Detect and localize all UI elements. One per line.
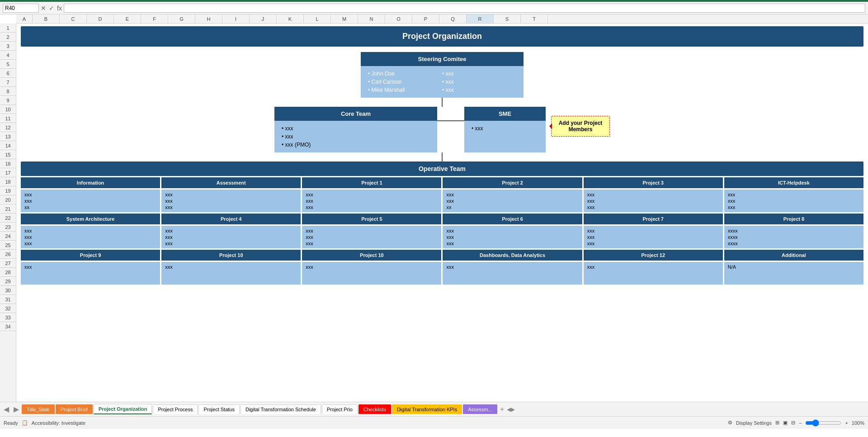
spreadsheet-content: Project Organization Steering Comitee Jo… (16, 24, 868, 402)
status-sheet-icon: 📋 (22, 420, 28, 426)
col-header-j[interactable]: J (250, 14, 277, 23)
col3-header1: Project 1 (302, 177, 441, 188)
col4-dash-item1: xxx (446, 264, 578, 270)
col-header-o[interactable]: O (385, 14, 412, 23)
tab-project-process[interactable]: Project Process (153, 404, 198, 414)
row-8: 8 (0, 87, 16, 96)
tab-digital-transformation-kpis[interactable]: Digital Transformation KPIs (392, 404, 462, 414)
cell-reference[interactable]: R40 (3, 4, 39, 13)
tab-project-organization[interactable]: Project Organization (94, 404, 152, 414)
col3-item1: xxx (306, 191, 438, 198)
row-23: 23 (0, 223, 16, 232)
col-header-g[interactable]: G (168, 14, 195, 23)
tab-digital-transformation-schedule[interactable]: Digital Transformation Schedule (241, 404, 321, 414)
col-header-i[interactable]: I (222, 14, 250, 23)
col-header-t[interactable]: T (521, 14, 548, 23)
col-header-q[interactable]: Q (439, 14, 467, 23)
col1-sys-item3: xxx (24, 240, 156, 247)
cancel-icon[interactable]: ✕ (41, 5, 46, 12)
col6-header1: ICT-Helpdesk (724, 177, 863, 188)
row-26: 26 (0, 250, 16, 259)
formula-bar: R40 ✕ ✓ fx (0, 2, 868, 14)
tab-project-prio[interactable]: Project Prio (322, 404, 358, 414)
col-header-p[interactable]: P (412, 14, 439, 23)
col3-body1: xxx xxx xxx (302, 190, 441, 212)
tab-title-slide[interactable]: Title_Slide (22, 404, 55, 414)
col6-item3: xxx (728, 204, 860, 210)
col1-header2: System Architecture (21, 214, 160, 224)
row-34: 34 (0, 322, 16, 331)
col6-p8-item1: xxxx (728, 228, 860, 234)
row-22: 22 (0, 214, 16, 223)
col1-header3: Project 9 (21, 250, 160, 261)
col-header-m[interactable]: M (331, 14, 358, 23)
core-member-3: xxx (PMO) (282, 141, 430, 149)
h-line-sme (437, 120, 464, 121)
col6-item1: xxx (728, 191, 860, 198)
callout-box: Add your Project Members (551, 116, 610, 137)
core-member-1: xxx (282, 124, 430, 133)
row-16: 16 (0, 159, 16, 168)
team-col-2: Assessment xxx xxx xxx Project 4 xxx xxx… (161, 177, 301, 285)
row-28: 28 (0, 268, 16, 277)
formula-input[interactable] (64, 4, 865, 13)
col-header-d[interactable]: D (87, 14, 114, 23)
col-header-a[interactable]: A (16, 14, 33, 23)
col5-p7-item1: xxx (587, 228, 719, 234)
col3-item2: xxx (306, 198, 438, 204)
zoom-in-icon[interactable]: + (845, 420, 848, 426)
row-24: 24 (0, 232, 16, 241)
tab-scroll-left[interactable]: ◀ (2, 405, 11, 413)
row-12: 12 (0, 123, 16, 132)
col2-body1: xxx xxx xxx (161, 190, 301, 212)
col1-item1: xxx (24, 191, 156, 198)
tab-assessm[interactable]: Assessm... (463, 404, 497, 414)
display-settings-label: Display Settings (736, 420, 772, 426)
col3-body3: xxx (302, 262, 441, 285)
col-header-r[interactable]: R (467, 14, 494, 23)
tab-scroll-right[interactable]: ▶ (12, 405, 21, 413)
row-10: 10 (0, 105, 16, 114)
col-header-n[interactable]: N (358, 14, 385, 23)
row-4: 4 (0, 51, 16, 60)
col-header-h[interactable]: H (195, 14, 222, 23)
tab-checklists[interactable]: Checklists (359, 404, 391, 414)
row-7: 7 (0, 78, 16, 87)
col-header-e[interactable]: E (114, 14, 141, 23)
zoom-slider[interactable] (805, 419, 841, 427)
core-team-list: xxx xxx xxx (PMO) (282, 124, 430, 149)
col2-item2: xxx (165, 198, 297, 204)
formula-icons: ✕ ✓ fx (41, 5, 62, 12)
col-header-s[interactable]: S (494, 14, 521, 23)
steering-member-r1: xxx (442, 70, 516, 78)
col1-header1: Information (21, 177, 160, 188)
col-header-b[interactable]: B (33, 14, 60, 23)
tab-project-status[interactable]: Project Status (198, 404, 239, 414)
col2-header1: Assessment (161, 177, 301, 188)
tab-nav-icon[interactable]: ◀▶ (507, 406, 515, 413)
steering-left-list: John Doe Carl Carlson Mike Marshall (368, 70, 442, 94)
display-settings-icon: ⚙ (728, 420, 732, 426)
col6-header3: Additional (724, 250, 863, 261)
col-header-l[interactable]: L (304, 14, 331, 23)
col3-p5-item3: xxx (306, 240, 438, 247)
tab-add-icon[interactable]: + (500, 405, 504, 413)
normal-view-icon[interactable]: ⊞ (775, 420, 779, 426)
steering-member-1: John Doe (368, 70, 442, 78)
page-break-icon[interactable]: ⊟ (791, 420, 795, 426)
col1-sys-item1: xxx (24, 228, 156, 234)
confirm-icon[interactable]: ✓ (49, 5, 54, 12)
col6-body1: xxx xxx xxx (724, 190, 863, 212)
col-header-c[interactable]: C (60, 14, 87, 23)
row-27: 27 (0, 259, 16, 268)
callout-arrow (547, 124, 552, 129)
page-layout-icon[interactable]: ▣ (783, 420, 788, 426)
col2-header2: Project 4 (161, 214, 301, 224)
zoom-out-icon[interactable]: − (799, 420, 802, 426)
col4-body3: xxx (443, 262, 582, 285)
formula-icon[interactable]: fx (57, 5, 62, 12)
col2-p10-item1: xxx (165, 264, 297, 270)
tab-project-brief[interactable]: Project Brief (56, 404, 93, 414)
col-header-f[interactable]: F (141, 14, 168, 23)
col-header-k[interactable]: K (277, 14, 304, 23)
